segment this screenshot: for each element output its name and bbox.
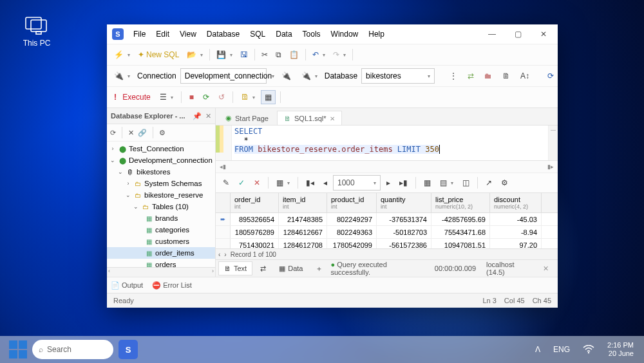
export-button[interactable]: ↗ xyxy=(482,176,495,189)
filter-button[interactable]: ⚙ xyxy=(159,129,166,137)
execute-toolbar: ! Execute ☰ ■ ⟳ ↺ 🖺 ▦ xyxy=(107,87,558,108)
menu-file[interactable]: File xyxy=(129,27,150,41)
result-swap-button[interactable]: ⇄ xyxy=(255,262,271,275)
accept-button[interactable]: ✓ xyxy=(235,176,248,189)
error-list-tab[interactable]: ⛔ Error List xyxy=(152,281,192,290)
stop-button[interactable]: ■ xyxy=(186,91,197,104)
menu-sql[interactable]: SQL xyxy=(245,27,270,41)
minimize-button[interactable]: — xyxy=(479,24,505,44)
refresh-tree-button[interactable]: ⟳ xyxy=(110,129,116,137)
schema-picker-button[interactable]: 🔌 xyxy=(298,70,321,82)
open-sql-console-button[interactable]: 🗎 xyxy=(499,70,513,82)
tray-expand-icon[interactable]: ᐱ xyxy=(535,345,540,354)
menu-database[interactable]: Database xyxy=(202,27,244,41)
menu-view[interactable]: View xyxy=(175,27,201,41)
page-size-combobox[interactable]: 1000 xyxy=(333,175,381,191)
editor-tabs: ◉Start Page 🗎SQL1.sql*✕ xyxy=(216,108,558,126)
app-window: S File Edit View Database SQL Data Tools… xyxy=(107,24,558,308)
results-grid[interactable]: order_idint item_idint product_idint qua… xyxy=(216,193,558,259)
svg-rect-2 xyxy=(36,32,41,34)
explorer-toolbar: ⟳ ✕ 🔗 ⚙ xyxy=(107,124,215,142)
clear-result-button[interactable]: ✕ xyxy=(543,265,549,273)
cell-view-button[interactable]: ◫ xyxy=(459,176,473,189)
prev-page-button[interactable]: ◂ xyxy=(320,176,330,189)
desktop-icon-label: This PC xyxy=(23,39,51,48)
close-button[interactable]: ✕ xyxy=(531,24,556,44)
editor-minimap: — xyxy=(548,126,558,160)
table-row[interactable]: ➨895326654214748385802249297-376531374-4… xyxy=(216,213,558,226)
close-tab-icon[interactable]: ✕ xyxy=(330,115,335,122)
tray-language[interactable]: ENG xyxy=(553,345,570,354)
menu-window[interactable]: Window xyxy=(327,27,363,41)
disconnect-button[interactable]: 🔌 xyxy=(278,70,294,82)
result-tab-text[interactable]: 🗎 Text xyxy=(218,261,252,275)
menu-edit[interactable]: Edit xyxy=(151,27,174,41)
status-char: Ch 45 xyxy=(533,297,551,304)
titlebar: S File Edit View Database SQL Data Tools… xyxy=(107,24,558,44)
sql-editor[interactable]: SELECT * FROM bikestore_reserve.order_it… xyxy=(216,126,558,161)
desktop-icon-thispc[interactable]: This PC xyxy=(21,17,53,48)
copy-button[interactable]: ⧉ xyxy=(272,48,285,61)
open-button[interactable]: 📂 xyxy=(184,48,206,61)
add-result-tab-button[interactable]: ＋ xyxy=(310,261,328,276)
link-button[interactable]: 🔗 xyxy=(138,129,147,137)
collapse-all-button[interactable]: ✕ xyxy=(128,129,134,137)
result-tab-data[interactable]: ▦ Data xyxy=(274,262,308,275)
toggle-results-button[interactable]: ▦ xyxy=(261,90,276,104)
next-page-button[interactable]: ▸ xyxy=(383,176,393,189)
undo-button[interactable]: ↶ xyxy=(309,48,328,61)
taskbar-search[interactable]: ⌕Search xyxy=(32,340,113,359)
connection-icon[interactable]: 🔌 xyxy=(111,70,133,82)
last-page-button[interactable]: ▸▮ xyxy=(396,176,411,189)
menu-help[interactable]: Help xyxy=(364,27,389,41)
expand-left-icon[interactable]: ◂▮ xyxy=(220,163,226,170)
format-button[interactable]: A↕ xyxy=(517,70,533,82)
redo-button[interactable]: ↷ xyxy=(330,48,349,61)
new-connection-button[interactable]: ⚡ xyxy=(111,48,133,61)
close-panel-icon[interactable]: ✕ xyxy=(205,112,211,120)
save-all-button[interactable]: 🖫 xyxy=(237,48,251,61)
svg-rect-0 xyxy=(26,17,41,29)
table-row[interactable]: 18059762891284612667802249363-5018270375… xyxy=(216,226,558,239)
tree-item-order-items: ▦order_items xyxy=(107,247,215,259)
explain-button[interactable]: 🖺 xyxy=(238,91,258,104)
start-button[interactable] xyxy=(9,340,27,358)
tab-sql1[interactable]: 🗎SQL1.sql*✕ xyxy=(277,111,342,125)
grid-button[interactable]: ▦ xyxy=(421,176,434,189)
first-page-button[interactable]: ▮◂ xyxy=(303,176,317,189)
maximize-button[interactable]: ▢ xyxy=(505,24,531,44)
rollback-button[interactable]: ↺ xyxy=(215,91,228,104)
commit-button[interactable]: ⟳ xyxy=(200,91,213,104)
refresh-button[interactable]: ⟳ xyxy=(544,70,557,82)
paste-button[interactable]: 📋 xyxy=(286,48,302,61)
table-row[interactable]: 75143002112846127081780542099-5615723861… xyxy=(216,239,558,248)
execute-options-button[interactable]: ☰ xyxy=(156,91,176,104)
grid-mode-button[interactable]: ▦ xyxy=(273,176,293,189)
grid-settings-button[interactable]: ⚙ xyxy=(498,176,511,189)
execute-button[interactable]: ! Execute xyxy=(111,91,154,104)
tx-log-button[interactable]: ⇄ xyxy=(464,70,477,82)
save-button[interactable]: 💾 xyxy=(213,48,236,61)
tray-clock[interactable]: 2:16 PM20 June xyxy=(607,341,634,358)
database-tree[interactable]: ›⬤Test_Connection ⌄⬤Development_connecti… xyxy=(107,142,215,267)
expand-right-icon[interactable]: ▮▸ xyxy=(547,163,554,170)
reject-button[interactable]: ✕ xyxy=(251,176,263,189)
menu-tools[interactable]: Tools xyxy=(298,27,325,41)
project-button[interactable]: 🖿 xyxy=(481,70,495,82)
tab-start-page[interactable]: ◉Start Page xyxy=(218,110,276,125)
settings-button[interactable]: ⋮ xyxy=(446,70,460,82)
connection-combobox[interactable]: Development_connection xyxy=(180,68,267,84)
pin-icon[interactable]: 📌 xyxy=(193,112,202,120)
database-combobox[interactable]: bikestores xyxy=(361,68,435,84)
cut-button[interactable]: ✂ xyxy=(258,48,271,61)
new-sql-button[interactable]: ✦ New SQL xyxy=(135,48,182,61)
columns-button[interactable]: ▤ xyxy=(437,176,457,189)
wifi-icon[interactable] xyxy=(583,345,594,354)
output-tab[interactable]: 📄 Output xyxy=(111,281,143,290)
edit-row-button[interactable]: ✎ xyxy=(220,176,232,189)
panel-title: Database Explorer - ... xyxy=(111,112,185,120)
connection-label: Connection xyxy=(137,71,176,80)
menu-data[interactable]: Data xyxy=(271,27,296,41)
taskbar-app-button[interactable]: S xyxy=(118,340,138,359)
main-toolbar: ⚡ ✦ New SQL 📂 💾 🖫 ✂ ⧉ 📋 ↶ ↷ xyxy=(107,44,558,66)
